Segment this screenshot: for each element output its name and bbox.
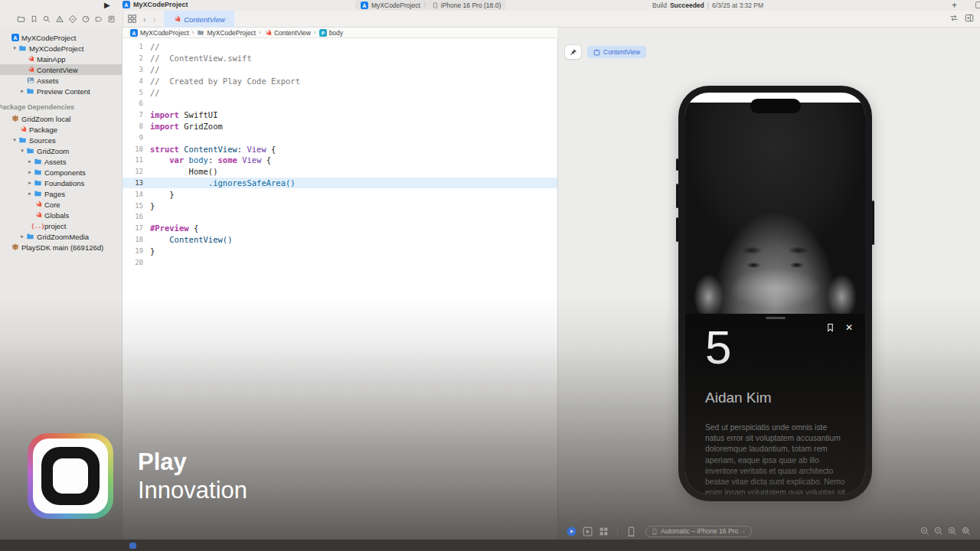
selectable-preview-icon[interactable]	[583, 527, 593, 536]
folder-icon	[26, 147, 34, 155]
sidebar-item-preview-content[interactable]: ▸Preview Content	[0, 86, 122, 96]
code-line-12[interactable]: 12 Home()	[122, 166, 557, 178]
zoom-fit-icon[interactable]	[962, 527, 971, 536]
sidebar-item-pages[interactable]: ▸Pages	[0, 188, 122, 199]
sidebar-item-package[interactable]: Package	[0, 124, 122, 135]
code-line-17[interactable]: 17#Preview {	[122, 223, 557, 234]
disclosure-chevron-icon[interactable]: ▸	[27, 191, 33, 197]
test-navigator-icon[interactable]	[69, 15, 77, 23]
code-line-18[interactable]: 18 ContentView()	[122, 234, 557, 246]
live-preview-icon[interactable]	[567, 527, 577, 536]
line-number: 7	[122, 111, 150, 119]
sidebar-item-gridzoom-local[interactable]: GridZoom local	[0, 113, 122, 124]
tab-contentview[interactable]: ContentView	[164, 11, 234, 28]
preview-canvas: ContentView ✕ 5 Aidan Kim Sed ut p	[557, 38, 980, 540]
disclosure-chevron-icon[interactable]: ▸	[27, 169, 33, 175]
debug-navigator-icon[interactable]	[82, 15, 90, 23]
project-navigator-icon[interactable]	[17, 15, 25, 23]
bookmark-icon[interactable]	[826, 323, 835, 332]
code-line-3[interactable]: 3//	[122, 64, 557, 76]
folder-icon	[34, 168, 42, 176]
line-number: 19	[122, 247, 150, 255]
code-line-4[interactable]: 4// Created by Play Code Export	[122, 75, 557, 86]
disclosure-chevron-icon[interactable]: ▸	[19, 233, 25, 240]
close-icon[interactable]: ✕	[845, 323, 853, 332]
code-line-16[interactable]: 16	[122, 211, 557, 223]
sidebar-item-project[interactable]: {..}project	[0, 220, 122, 231]
code-text: Home()	[150, 167, 218, 176]
code-line-5[interactable]: 5//	[122, 86, 557, 98]
breadcrumb-item-body[interactable]: Pbody	[319, 29, 343, 37]
run-button[interactable]: ▶	[104, 1, 110, 9]
code-line-2[interactable]: 2// ContentView.swift	[122, 53, 557, 64]
disclosure-chevron-icon[interactable]: ▾	[11, 45, 18, 51]
code-line-13[interactable]: 13 .ignoresSafeArea()	[122, 178, 557, 189]
code-line-8[interactable]: 8import GridZoom	[122, 121, 557, 132]
sidebar-item-mainapp[interactable]: MainApp	[0, 54, 122, 64]
code-text: import GridZoom	[150, 122, 223, 131]
breadcrumb-item-myxcodeproject[interactable]: AMyXCodeProject	[130, 29, 189, 37]
sidebar-item-gridzoom[interactable]: ▾GridZoom	[0, 145, 122, 156]
line-number: 16	[122, 213, 150, 220]
folder-icon	[34, 179, 42, 187]
code-line-1[interactable]: 1//	[122, 41, 557, 53]
zoom-actual-icon[interactable]	[934, 527, 943, 536]
disclosure-chevron-icon[interactable]: ▾	[19, 148, 25, 154]
add-editor-icon[interactable]	[965, 14, 974, 22]
add-button[interactable]: +	[952, 0, 957, 11]
sidebar-item-sources[interactable]: ▾Sources	[0, 135, 122, 145]
disclosure-chevron-icon[interactable]: ▸	[27, 180, 33, 186]
code-line-15[interactable]: 15}	[122, 200, 557, 211]
code-line-7[interactable]: 7import SwiftUI	[122, 109, 557, 121]
forward-button[interactable]: ›	[153, 15, 156, 24]
sidebar-item-globals[interactable]: Globals	[0, 210, 122, 220]
breadcrumb-item-contentview[interactable]: ContentView	[264, 29, 311, 37]
code-line-19[interactable]: 19}	[122, 245, 557, 256]
sidebar-item-myxcodeproject[interactable]: AMyXCodeProject	[0, 32, 122, 43]
file-icon-slot	[33, 179, 43, 187]
sidebar-item-assets[interactable]: ▸Assets	[0, 156, 122, 167]
report-navigator-icon[interactable]	[108, 15, 115, 23]
folder-icon	[18, 44, 27, 52]
filter-icon[interactable]	[129, 543, 136, 549]
pin-preview-button[interactable]	[565, 45, 581, 59]
disclosure-chevron-icon[interactable]: ▸	[19, 88, 25, 94]
zoom-out-icon[interactable]	[920, 527, 929, 536]
breadcrumb-item-myxcodeproject[interactable]: MyXCodeProject	[197, 29, 256, 37]
editor-layout-icon[interactable]	[128, 15, 136, 23]
device-selector-dropdown[interactable]: Automatic – iPhone 16 Pro⌄	[645, 526, 752, 537]
breakpoint-navigator-icon[interactable]	[95, 16, 103, 23]
zoom-in-icon[interactable]	[948, 527, 957, 536]
sidebar-item-myxcodeproject[interactable]: ▾MyXCodeProject	[0, 43, 122, 54]
sidebar-item-assets[interactable]: Assets	[0, 75, 122, 86]
disclosure-chevron-icon[interactable]: ▾	[11, 137, 18, 143]
file-icon-slot	[25, 77, 35, 84]
sidebar-item-foundations[interactable]: ▸Foundations	[0, 178, 122, 188]
sidebar-item-gridzoommedia[interactable]: ▸GridZoomMedia	[0, 231, 122, 242]
find-navigator-icon[interactable]	[43, 15, 51, 23]
sidebar-item-core[interactable]: Core	[0, 199, 122, 210]
code-line-11[interactable]: 11 var body: some View {	[122, 155, 557, 166]
back-button[interactable]: ‹	[143, 15, 146, 24]
variants-preview-icon[interactable]	[599, 527, 609, 536]
drag-handle[interactable]	[766, 317, 786, 319]
scheme-selector[interactable]: A MyXCodeProject 〉 iPhone 16 Pro (18.0)	[355, 0, 506, 10]
issue-navigator-icon[interactable]	[56, 15, 64, 23]
titlebar-trailing-icon[interactable]	[975, 2, 980, 8]
swift-file-icon	[173, 15, 181, 23]
sidebar-item-components[interactable]: ▸Components	[0, 167, 122, 178]
sidebar-item-contentview[interactable]: ContentView	[0, 64, 122, 75]
code-line-6[interactable]: 6	[122, 98, 557, 109]
bookmark-navigator-icon[interactable]	[31, 15, 38, 23]
sidebar-item-playsdk-main-669126d-[interactable]: PlaySDK main (669126d)	[0, 242, 122, 253]
code-line-10[interactable]: 10struct ContentView: View {	[122, 143, 557, 155]
code-line-9[interactable]: 9	[122, 132, 557, 143]
preview-tag[interactable]: ContentView	[587, 46, 646, 58]
adjust-editor-options-icon[interactable]	[949, 14, 959, 22]
line-number: 1	[122, 43, 150, 51]
code-line-14[interactable]: 14 }	[122, 188, 557, 200]
build-result: Succeeded	[670, 2, 704, 9]
disclosure-chevron-icon[interactable]: ▸	[27, 158, 33, 165]
code-line-20[interactable]: 20	[122, 256, 557, 268]
device-settings-icon[interactable]	[626, 527, 636, 536]
